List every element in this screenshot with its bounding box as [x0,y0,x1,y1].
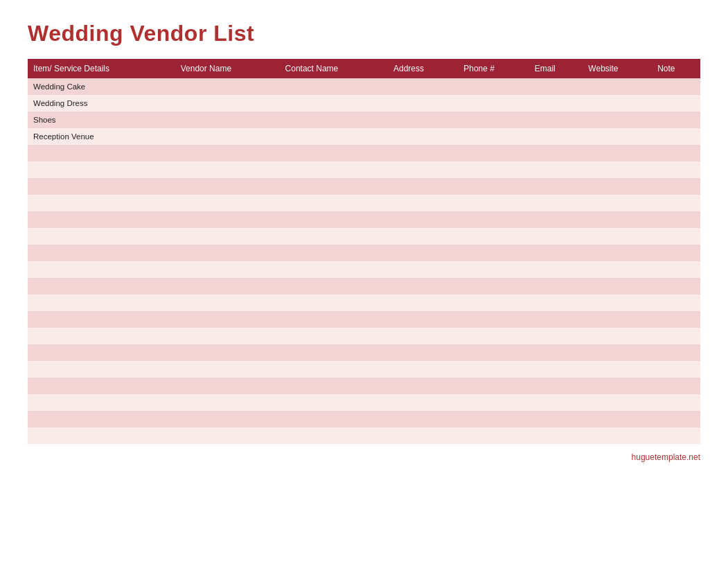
table-cell [280,228,388,245]
table-cell [28,311,175,328]
table-cell [175,211,280,228]
table-cell [529,278,583,294]
table-cell [652,161,700,178]
table-cell [280,145,388,161]
table-row [28,394,700,411]
table-cell [458,278,529,294]
table-cell [280,78,388,95]
table-cell [583,245,652,261]
table-cell [458,245,529,261]
table-cell [458,311,529,328]
table-cell [583,378,652,394]
table-cell [458,161,529,178]
table-cell [529,95,583,112]
table-cell [175,128,280,145]
table-cell [583,211,652,228]
column-header: Address [388,59,458,78]
table-row [28,195,700,211]
table-cell [28,261,175,278]
table-cell [458,95,529,112]
table-cell [280,178,388,195]
table-cell [458,361,529,378]
column-header: Contact Name [280,59,388,78]
table-cell [458,78,529,95]
table-cell [529,245,583,261]
table-cell [529,145,583,161]
table-cell [175,261,280,278]
table-cell [28,178,175,195]
table-cell [388,145,458,161]
table-cell [529,411,583,427]
table-cell [28,245,175,261]
table-cell [458,228,529,245]
page-title: Wedding Vendor List [28,21,700,46]
table-cell [175,112,280,128]
table-cell [175,411,280,427]
table-cell [652,328,700,344]
table-cell [28,378,175,394]
table-row: Wedding Cake [28,78,700,95]
table-cell [652,228,700,245]
table-cell [280,394,388,411]
table-cell [652,278,700,294]
table-row [28,328,700,344]
table-cell [583,328,652,344]
table-cell [583,261,652,278]
footer-text: huguetemplate.net [28,452,700,462]
table-cell [583,195,652,211]
table-row [28,311,700,328]
table-cell [280,344,388,361]
table-cell [388,278,458,294]
table-cell [280,128,388,145]
table-cell [529,427,583,444]
table-cell [652,394,700,411]
table-row: Wedding Dress [28,95,700,112]
table-cell [458,411,529,427]
table-cell [458,261,529,278]
table-cell [28,161,175,178]
table-cell [28,228,175,245]
table-cell [458,344,529,361]
table-cell [280,411,388,427]
table-cell [280,195,388,211]
table-row [28,261,700,278]
table-cell [280,112,388,128]
table-row [28,378,700,394]
table-cell [583,178,652,195]
table-cell [583,294,652,311]
table-cell [529,394,583,411]
table-cell [280,311,388,328]
table-cell [529,128,583,145]
table-cell [175,294,280,311]
column-header: Item/ Service Details [28,59,175,78]
table-cell [28,361,175,378]
table-cell [583,394,652,411]
table-cell [388,294,458,311]
table-cell [175,195,280,211]
table-cell [652,361,700,378]
table-cell [388,128,458,145]
table-cell [529,211,583,228]
table-cell: Wedding Dress [28,95,175,112]
table-cell [28,278,175,294]
column-header: Note [652,59,700,78]
table-cell: Reception Venue [28,128,175,145]
table-cell [583,228,652,245]
table-cell [175,311,280,328]
table-cell [388,261,458,278]
table-cell [583,361,652,378]
table-cell [175,328,280,344]
table-cell [280,328,388,344]
table-cell [458,427,529,444]
column-header: Website [583,59,652,78]
table-cell [175,361,280,378]
table-row [28,411,700,427]
table-cell [652,245,700,261]
table-cell [652,178,700,195]
table-cell [28,195,175,211]
table-cell [529,378,583,394]
table-cell [458,195,529,211]
table-cell [583,344,652,361]
table-cell [652,344,700,361]
table-cell [458,112,529,128]
